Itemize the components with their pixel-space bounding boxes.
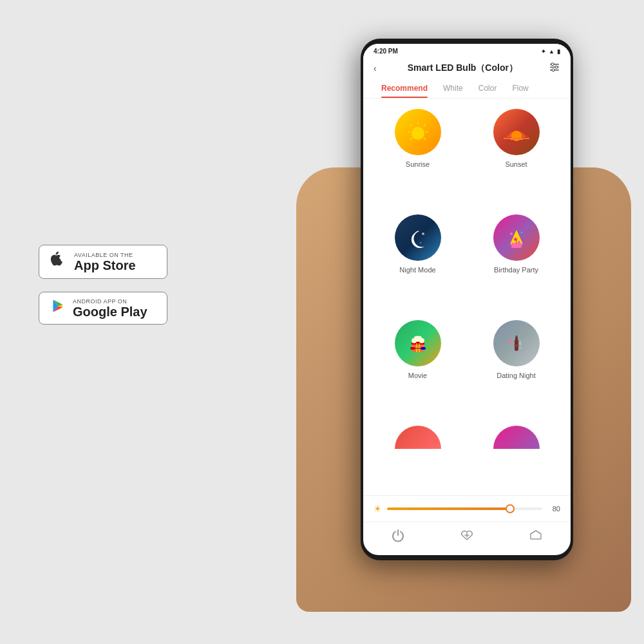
phone-wrapper: 4:20 PM ✦ ▲ ▮ ‹ Smart LED Bulb（Color） [335,39,605,599]
phone-screen: 4:20 PM ✦ ▲ ▮ ‹ Smart LED Bulb（Color） [363,44,571,555]
sunrise-label: Sunrise [406,160,430,168]
phone-device: 4:20 PM ✦ ▲ ▮ ‹ Smart LED Bulb（Color） [361,39,573,560]
slider-fill [387,507,515,510]
tab-color[interactable]: Color [471,80,505,98]
sunset-label: Sunset [505,160,527,168]
svg-point-22 [520,232,522,234]
svg-point-35 [414,336,418,340]
appstore-badge-text: Available on the App Store [74,252,136,272]
night-icon-circle [395,214,441,261]
mode-extra2[interactable] [472,426,560,485]
svg-rect-38 [421,347,426,350]
mode-night[interactable]: Night Mode [374,214,462,310]
svg-point-6 [412,127,424,140]
store-badges-container: Available on the App Store Android App o… [39,245,167,325]
modes-grid: Sunrise Sunset [363,99,571,495]
googleplay-badge[interactable]: Android App on Google Play [39,292,167,325]
dating-icon-circle: ♥ [493,320,540,366]
svg-line-13 [410,124,412,126]
appstore-badge[interactable]: Available on the App Store [39,245,167,279]
brightness-track[interactable] [387,507,542,510]
mode-sunset[interactable]: Sunset [472,109,560,204]
googleplay-big-text: Google Play [73,305,147,319]
apple-icon [50,251,68,273]
status-icons: ✦ ▲ ▮ [541,48,560,55]
svg-rect-42 [515,336,517,337]
tabs-bar: Recommend White Color Flow [363,80,571,99]
svg-point-16 [422,232,424,235]
wifi-icon: ▲ [549,48,554,55]
birthday-label: Birthday Party [494,266,538,274]
svg-rect-27 [518,241,520,243]
settings-button[interactable] [549,61,560,75]
slider-thumb[interactable] [506,504,515,513]
svg-line-10 [424,138,426,140]
svg-line-8 [424,124,426,126]
mode-dating[interactable]: ♥ Dating Night [472,320,560,415]
battery-icon: ▮ [557,48,560,55]
svg-point-17 [412,236,413,238]
svg-rect-37 [410,347,415,350]
back-button[interactable]: ‹ [374,63,377,73]
mode-sunrise[interactable]: Sunrise [374,109,462,204]
svg-rect-45 [518,348,522,349]
dating-label: Dating Night [497,372,536,379]
tab-flow[interactable]: Flow [504,80,536,98]
brightness-icon: ☀ [374,504,382,514]
svg-point-15 [511,131,522,141]
home-button[interactable] [529,529,543,546]
svg-text:♥: ♥ [509,337,513,345]
brightness-slider-area: ☀ 80 [363,495,571,522]
night-label: Night Mode [399,266,435,274]
appstore-small-text: Available on the [74,252,136,258]
bottom-navigation [363,522,571,555]
svg-line-11 [410,138,412,140]
svg-rect-25 [513,240,515,243]
svg-point-18 [420,242,421,243]
extra1-icon-circle [395,426,441,449]
svg-rect-43 [514,345,519,346]
mode-birthday[interactable]: ★ Birthday Party [472,214,560,310]
tab-white[interactable]: White [435,80,471,98]
svg-point-21 [510,232,513,235]
brightness-value: 80 [547,505,560,513]
mode-extra1[interactable] [374,426,462,485]
sunrise-icon-circle [395,109,441,155]
tab-recommend[interactable]: Recommend [374,80,435,98]
appstore-big-text: App Store [74,258,136,272]
svg-point-36 [418,336,422,340]
status-bar: 4:20 PM ✦ ▲ ▮ [363,44,571,57]
mode-movie[interactable]: Movie [374,320,462,415]
svg-rect-31 [419,343,420,352]
googleplay-badge-text: Android App on Google Play [73,298,147,319]
svg-rect-24 [511,243,522,248]
app-header: ‹ Smart LED Bulb（Color） [363,57,571,80]
google-play-icon [50,298,66,319]
svg-rect-44 [520,345,520,348]
favorite-button[interactable] [460,529,474,546]
sunset-icon-circle [493,109,540,155]
birthday-icon-circle: ★ [493,214,540,261]
svg-point-3 [551,63,554,66]
svg-rect-30 [416,343,417,352]
svg-point-5 [552,69,554,71]
bluetooth-icon: ✦ [541,48,546,55]
movie-label: Movie [408,372,427,379]
movie-icon-circle [395,320,441,366]
status-time: 4:20 PM [374,48,398,55]
app-title: Smart LED Bulb（Color） [408,62,518,74]
power-button[interactable] [391,529,405,546]
googleplay-small-text: Android App on [73,298,147,305]
svg-rect-26 [516,240,517,243]
svg-point-4 [555,66,558,68]
extra2-icon-circle [493,426,540,449]
